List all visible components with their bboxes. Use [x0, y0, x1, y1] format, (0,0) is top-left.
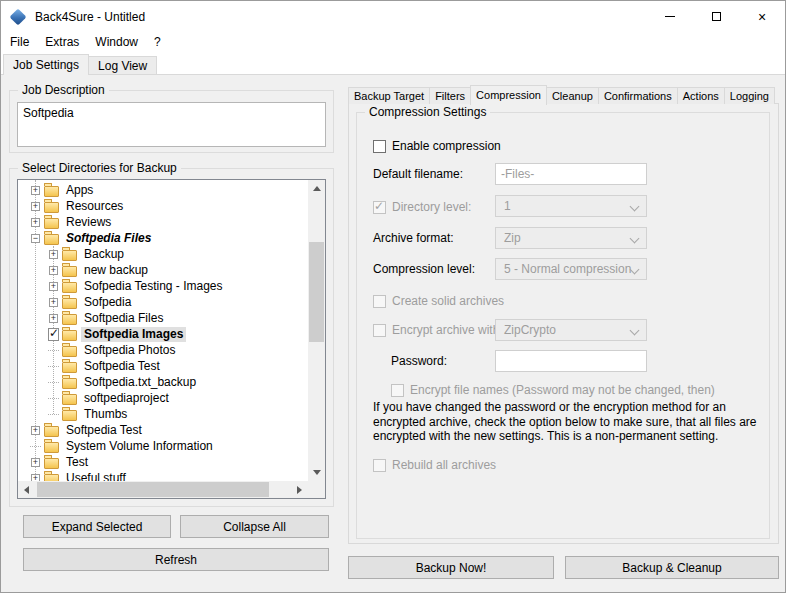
- menu-item-file[interactable]: File: [2, 32, 37, 53]
- tree-item-resources[interactable]: +Resources: [18, 198, 308, 214]
- vertical-scroll-thumb[interactable]: [309, 242, 324, 342]
- tab-job-settings[interactable]: Job Settings: [3, 54, 89, 75]
- collapse-toggle-icon[interactable]: −: [31, 234, 40, 243]
- horizontal-scroll-thumb[interactable]: [37, 482, 269, 497]
- tree-item-new-backup[interactable]: +new backup: [18, 262, 308, 278]
- folder-icon: [44, 458, 59, 469]
- archive-format-select: Zip: [495, 227, 647, 249]
- backup-now-button[interactable]: Backup Now!: [348, 556, 554, 579]
- tree-item-label: Softpedia Files: [63, 231, 154, 246]
- combo-value: 1: [504, 199, 511, 213]
- expander-slot[interactable]: +: [48, 312, 59, 325]
- tab-filters[interactable]: Filters: [429, 87, 471, 104]
- tab-log-view[interactable]: Log View: [88, 56, 157, 74]
- scroll-down-button[interactable]: [308, 464, 325, 481]
- chevron-down-icon: [630, 326, 640, 336]
- tree-item-sofpedia-testing-images[interactable]: +Sofpedia Testing - Images: [18, 278, 308, 294]
- expand-toggle-icon[interactable]: +: [49, 282, 58, 291]
- tree-line-stub: [48, 344, 59, 357]
- compression-level-select: 5 - Normal compression: [495, 258, 647, 280]
- tab-logging[interactable]: Logging: [724, 87, 775, 104]
- expander-slot[interactable]: +: [30, 216, 41, 229]
- tree-item-softpediaproject[interactable]: softpediaproject: [18, 390, 308, 406]
- tree-vertical-scrollbar[interactable]: [308, 180, 325, 481]
- encryption-method-select: ZipCrypto: [495, 319, 647, 341]
- tab-compression[interactable]: Compression: [470, 85, 547, 105]
- tree-item-system-volume-information[interactable]: System Volume Information: [18, 438, 308, 454]
- tree-item-backup[interactable]: +Backup: [18, 246, 308, 262]
- rebuild-note-text: If you have changed the password or the …: [373, 400, 765, 444]
- tree-item-useful-stuff[interactable]: +Useful stuff: [18, 470, 308, 481]
- folder-icon: [44, 442, 59, 453]
- expand-selected-button[interactable]: Expand Selected: [23, 515, 171, 538]
- tree-checkbox-checked[interactable]: ✓: [48, 328, 59, 341]
- menu-item-window[interactable]: Window: [87, 32, 146, 53]
- expand-toggle-icon[interactable]: +: [31, 426, 40, 435]
- backup-cleanup-button[interactable]: Backup & Cleanup: [565, 556, 779, 579]
- expander-slot[interactable]: −: [30, 232, 41, 245]
- scroll-left-button[interactable]: [18, 481, 35, 498]
- tree-line-stub: [48, 376, 59, 389]
- maximize-button[interactable]: [693, 1, 739, 32]
- expander-slot[interactable]: +: [48, 248, 59, 261]
- minimize-button[interactable]: [647, 1, 693, 32]
- scroll-right-button[interactable]: [291, 481, 308, 498]
- expand-toggle-icon[interactable]: +: [31, 202, 40, 211]
- tree-item-softpedia-test[interactable]: +Softpedia Test: [18, 422, 308, 438]
- tree-item-softpedia-files[interactable]: +Softpedia Files: [18, 310, 308, 326]
- scroll-up-button[interactable]: [308, 180, 325, 197]
- tree-item-label: Sofpedia: [81, 295, 134, 310]
- tree-item-label: System Volume Information: [63, 439, 216, 454]
- tree-item-reviews[interactable]: +Reviews: [18, 214, 308, 230]
- expander-slot[interactable]: +: [48, 296, 59, 309]
- expand-toggle-icon[interactable]: +: [49, 298, 58, 307]
- menu-item-extras[interactable]: Extras: [37, 32, 87, 53]
- tree-item-softpedia-test[interactable]: Softpedia Test: [18, 358, 308, 374]
- menu-item-item[interactable]: ?: [146, 32, 169, 53]
- expander-slot[interactable]: +: [30, 184, 41, 197]
- expander-slot[interactable]: +: [48, 280, 59, 293]
- job-description-input[interactable]: Softpedia: [17, 102, 326, 147]
- expand-toggle-icon[interactable]: +: [31, 218, 40, 227]
- compression-settings-legend: Compression Settings: [365, 105, 490, 120]
- tree-item-softpedia-photos[interactable]: Softpedia Photos: [18, 342, 308, 358]
- tree-item-softpedia-images[interactable]: ✓Softpedia Images: [18, 326, 308, 342]
- checkbox-slot[interactable]: ✓: [48, 328, 59, 341]
- tab-actions[interactable]: Actions: [677, 87, 725, 104]
- expand-toggle-icon[interactable]: +: [49, 266, 58, 275]
- password-input[interactable]: [495, 350, 647, 372]
- close-icon: ×: [758, 10, 766, 24]
- tab-cleanup[interactable]: Cleanup: [546, 87, 599, 104]
- tree-item-test[interactable]: +Test: [18, 454, 308, 470]
- expand-toggle-icon[interactable]: +: [31, 186, 40, 195]
- tree-item-thumbs[interactable]: Thumbs: [18, 406, 308, 422]
- tree-item-label: Test: [63, 455, 91, 470]
- tree-item-apps[interactable]: +Apps: [18, 182, 308, 198]
- tree-item-softpedia-files[interactable]: −Softpedia Files: [18, 230, 308, 246]
- expand-toggle-icon[interactable]: +: [31, 474, 40, 482]
- refresh-button[interactable]: Refresh: [23, 548, 329, 571]
- expand-toggle-icon[interactable]: +: [31, 458, 40, 467]
- expander-slot[interactable]: +: [30, 456, 41, 469]
- checkbox-box[interactable]: [373, 140, 386, 153]
- enable-compression-checkbox[interactable]: Enable compression: [373, 138, 501, 154]
- app-icon[interactable]: [10, 8, 27, 25]
- close-button[interactable]: ×: [739, 1, 785, 32]
- tree-item-label: Reviews: [63, 215, 114, 230]
- tree-item-sofpedia[interactable]: +Sofpedia: [18, 294, 308, 310]
- expander-slot[interactable]: +: [30, 472, 41, 482]
- tab-confirmations[interactable]: Confirmations: [598, 87, 678, 104]
- expander-slot[interactable]: +: [30, 200, 41, 213]
- expand-toggle-icon[interactable]: +: [49, 250, 58, 259]
- expander-slot[interactable]: +: [48, 264, 59, 277]
- scroll-left-icon: [24, 486, 29, 494]
- collapse-all-button[interactable]: Collapse All: [180, 515, 329, 538]
- scrollbar-corner: [308, 481, 325, 498]
- tab-backup-target[interactable]: Backup Target: [348, 87, 430, 104]
- expander-slot[interactable]: +: [30, 424, 41, 437]
- chevron-down-icon: [630, 202, 640, 212]
- default-filename-label: Default filename:: [373, 163, 463, 185]
- expand-toggle-icon[interactable]: +: [49, 314, 58, 323]
- tree-item-softpedia-txt-backup[interactable]: Softpedia.txt_backup: [18, 374, 308, 390]
- tree-horizontal-scrollbar[interactable]: [18, 481, 308, 498]
